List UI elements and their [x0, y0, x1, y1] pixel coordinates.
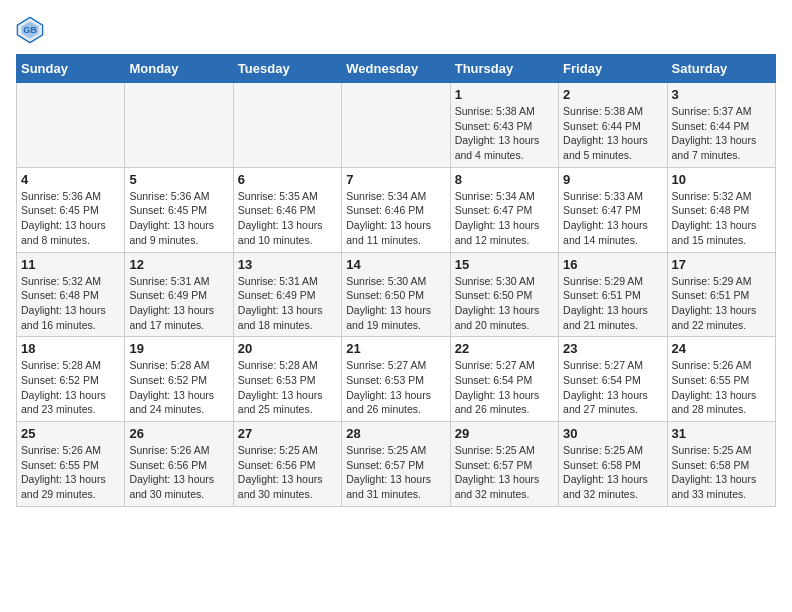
- calendar-week-row: 1Sunrise: 5:38 AMSunset: 6:43 PMDaylight…: [17, 83, 776, 168]
- calendar-cell: 3Sunrise: 5:37 AMSunset: 6:44 PMDaylight…: [667, 83, 775, 168]
- weekday-header-row: SundayMondayTuesdayWednesdayThursdayFrid…: [17, 55, 776, 83]
- calendar-cell: 31Sunrise: 5:25 AMSunset: 6:58 PMDayligh…: [667, 422, 775, 507]
- day-number: 10: [672, 172, 771, 187]
- calendar-cell: 28Sunrise: 5:25 AMSunset: 6:57 PMDayligh…: [342, 422, 450, 507]
- calendar-cell: 11Sunrise: 5:32 AMSunset: 6:48 PMDayligh…: [17, 252, 125, 337]
- calendar-cell: 23Sunrise: 5:27 AMSunset: 6:54 PMDayligh…: [559, 337, 667, 422]
- day-info: Sunrise: 5:38 AMSunset: 6:43 PMDaylight:…: [455, 104, 554, 163]
- day-number: 9: [563, 172, 662, 187]
- day-info: Sunrise: 5:36 AMSunset: 6:45 PMDaylight:…: [129, 189, 228, 248]
- calendar-cell: 27Sunrise: 5:25 AMSunset: 6:56 PMDayligh…: [233, 422, 341, 507]
- day-number: 8: [455, 172, 554, 187]
- calendar-cell: 25Sunrise: 5:26 AMSunset: 6:55 PMDayligh…: [17, 422, 125, 507]
- day-info: Sunrise: 5:29 AMSunset: 6:51 PMDaylight:…: [563, 274, 662, 333]
- calendar-cell: 4Sunrise: 5:36 AMSunset: 6:45 PMDaylight…: [17, 167, 125, 252]
- day-number: 11: [21, 257, 120, 272]
- day-info: Sunrise: 5:25 AMSunset: 6:58 PMDaylight:…: [563, 443, 662, 502]
- day-number: 18: [21, 341, 120, 356]
- day-info: Sunrise: 5:28 AMSunset: 6:52 PMDaylight:…: [21, 358, 120, 417]
- day-info: Sunrise: 5:25 AMSunset: 6:56 PMDaylight:…: [238, 443, 337, 502]
- day-number: 22: [455, 341, 554, 356]
- day-number: 26: [129, 426, 228, 441]
- calendar-cell: 16Sunrise: 5:29 AMSunset: 6:51 PMDayligh…: [559, 252, 667, 337]
- day-number: 17: [672, 257, 771, 272]
- day-number: 15: [455, 257, 554, 272]
- calendar-week-row: 25Sunrise: 5:26 AMSunset: 6:55 PMDayligh…: [17, 422, 776, 507]
- calendar-cell: 9Sunrise: 5:33 AMSunset: 6:47 PMDaylight…: [559, 167, 667, 252]
- day-number: 4: [21, 172, 120, 187]
- day-info: Sunrise: 5:28 AMSunset: 6:52 PMDaylight:…: [129, 358, 228, 417]
- calendar-cell: 8Sunrise: 5:34 AMSunset: 6:47 PMDaylight…: [450, 167, 558, 252]
- day-number: 30: [563, 426, 662, 441]
- day-info: Sunrise: 5:32 AMSunset: 6:48 PMDaylight:…: [21, 274, 120, 333]
- calendar-cell: 20Sunrise: 5:28 AMSunset: 6:53 PMDayligh…: [233, 337, 341, 422]
- day-number: 2: [563, 87, 662, 102]
- day-info: Sunrise: 5:37 AMSunset: 6:44 PMDaylight:…: [672, 104, 771, 163]
- calendar-cell: 10Sunrise: 5:32 AMSunset: 6:48 PMDayligh…: [667, 167, 775, 252]
- day-info: Sunrise: 5:32 AMSunset: 6:48 PMDaylight:…: [672, 189, 771, 248]
- logo-icon: GB: [16, 16, 44, 44]
- day-info: Sunrise: 5:31 AMSunset: 6:49 PMDaylight:…: [129, 274, 228, 333]
- svg-text:GB: GB: [23, 25, 37, 35]
- day-info: Sunrise: 5:30 AMSunset: 6:50 PMDaylight:…: [346, 274, 445, 333]
- calendar-cell: 7Sunrise: 5:34 AMSunset: 6:46 PMDaylight…: [342, 167, 450, 252]
- calendar-cell: [125, 83, 233, 168]
- calendar-cell: 22Sunrise: 5:27 AMSunset: 6:54 PMDayligh…: [450, 337, 558, 422]
- day-info: Sunrise: 5:31 AMSunset: 6:49 PMDaylight:…: [238, 274, 337, 333]
- day-number: 27: [238, 426, 337, 441]
- calendar-week-row: 11Sunrise: 5:32 AMSunset: 6:48 PMDayligh…: [17, 252, 776, 337]
- day-number: 24: [672, 341, 771, 356]
- day-number: 16: [563, 257, 662, 272]
- calendar-cell: 21Sunrise: 5:27 AMSunset: 6:53 PMDayligh…: [342, 337, 450, 422]
- day-info: Sunrise: 5:27 AMSunset: 6:53 PMDaylight:…: [346, 358, 445, 417]
- day-info: Sunrise: 5:27 AMSunset: 6:54 PMDaylight:…: [563, 358, 662, 417]
- day-number: 6: [238, 172, 337, 187]
- day-info: Sunrise: 5:26 AMSunset: 6:55 PMDaylight:…: [21, 443, 120, 502]
- day-number: 29: [455, 426, 554, 441]
- day-info: Sunrise: 5:35 AMSunset: 6:46 PMDaylight:…: [238, 189, 337, 248]
- weekday-header: Sunday: [17, 55, 125, 83]
- calendar-cell: 5Sunrise: 5:36 AMSunset: 6:45 PMDaylight…: [125, 167, 233, 252]
- day-info: Sunrise: 5:25 AMSunset: 6:57 PMDaylight:…: [346, 443, 445, 502]
- weekday-header: Monday: [125, 55, 233, 83]
- calendar-cell: 13Sunrise: 5:31 AMSunset: 6:49 PMDayligh…: [233, 252, 341, 337]
- calendar-cell: 14Sunrise: 5:30 AMSunset: 6:50 PMDayligh…: [342, 252, 450, 337]
- day-number: 5: [129, 172, 228, 187]
- day-number: 25: [21, 426, 120, 441]
- calendar-cell: 18Sunrise: 5:28 AMSunset: 6:52 PMDayligh…: [17, 337, 125, 422]
- calendar-cell: 12Sunrise: 5:31 AMSunset: 6:49 PMDayligh…: [125, 252, 233, 337]
- day-info: Sunrise: 5:28 AMSunset: 6:53 PMDaylight:…: [238, 358, 337, 417]
- calendar-week-row: 4Sunrise: 5:36 AMSunset: 6:45 PMDaylight…: [17, 167, 776, 252]
- weekday-header: Friday: [559, 55, 667, 83]
- day-number: 3: [672, 87, 771, 102]
- calendar-week-row: 18Sunrise: 5:28 AMSunset: 6:52 PMDayligh…: [17, 337, 776, 422]
- calendar-cell: 17Sunrise: 5:29 AMSunset: 6:51 PMDayligh…: [667, 252, 775, 337]
- day-info: Sunrise: 5:25 AMSunset: 6:58 PMDaylight:…: [672, 443, 771, 502]
- calendar-cell: 24Sunrise: 5:26 AMSunset: 6:55 PMDayligh…: [667, 337, 775, 422]
- day-number: 7: [346, 172, 445, 187]
- day-info: Sunrise: 5:25 AMSunset: 6:57 PMDaylight:…: [455, 443, 554, 502]
- calendar-cell: [342, 83, 450, 168]
- day-number: 13: [238, 257, 337, 272]
- day-info: Sunrise: 5:34 AMSunset: 6:46 PMDaylight:…: [346, 189, 445, 248]
- weekday-header: Thursday: [450, 55, 558, 83]
- calendar-cell: 2Sunrise: 5:38 AMSunset: 6:44 PMDaylight…: [559, 83, 667, 168]
- calendar-cell: [233, 83, 341, 168]
- calendar-cell: 15Sunrise: 5:30 AMSunset: 6:50 PMDayligh…: [450, 252, 558, 337]
- day-info: Sunrise: 5:26 AMSunset: 6:55 PMDaylight:…: [672, 358, 771, 417]
- day-number: 14: [346, 257, 445, 272]
- day-number: 21: [346, 341, 445, 356]
- calendar-cell: 6Sunrise: 5:35 AMSunset: 6:46 PMDaylight…: [233, 167, 341, 252]
- weekday-header: Wednesday: [342, 55, 450, 83]
- day-number: 1: [455, 87, 554, 102]
- calendar-cell: 26Sunrise: 5:26 AMSunset: 6:56 PMDayligh…: [125, 422, 233, 507]
- calendar-cell: 30Sunrise: 5:25 AMSunset: 6:58 PMDayligh…: [559, 422, 667, 507]
- logo: GB: [16, 16, 48, 44]
- day-info: Sunrise: 5:38 AMSunset: 6:44 PMDaylight:…: [563, 104, 662, 163]
- day-info: Sunrise: 5:33 AMSunset: 6:47 PMDaylight:…: [563, 189, 662, 248]
- day-number: 19: [129, 341, 228, 356]
- day-info: Sunrise: 5:26 AMSunset: 6:56 PMDaylight:…: [129, 443, 228, 502]
- calendar-cell: 29Sunrise: 5:25 AMSunset: 6:57 PMDayligh…: [450, 422, 558, 507]
- day-number: 31: [672, 426, 771, 441]
- weekday-header: Saturday: [667, 55, 775, 83]
